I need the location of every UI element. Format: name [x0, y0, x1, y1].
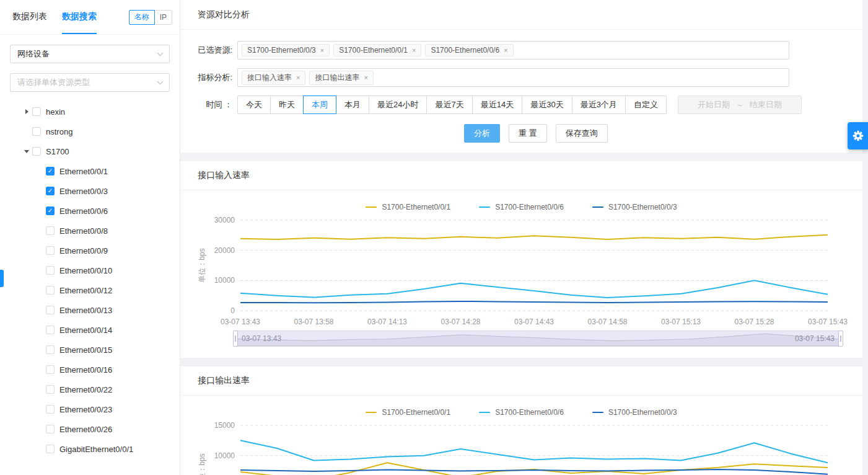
- time-range-button[interactable]: 昨天: [270, 95, 304, 114]
- sidebar-tab[interactable]: 数据搜索: [62, 0, 97, 34]
- tree-item-label: Ethernet0/0/9: [59, 246, 108, 255]
- legend-item[interactable]: S1700-Ethernet0/0/1: [366, 203, 450, 211]
- remove-tag-icon[interactable]: ×: [320, 47, 324, 54]
- tag-label: S1700-Ethernet0/0/3: [247, 46, 316, 55]
- tree-checkbox[interactable]: ✓: [46, 206, 55, 215]
- tree-item[interactable]: Ethernet0/0/12: [0, 280, 180, 300]
- save-query-button[interactable]: 保存查询: [556, 124, 608, 143]
- tree-item[interactable]: Ethernet0/0/13: [0, 300, 180, 320]
- tree-checkbox[interactable]: [46, 326, 55, 334]
- time-range-button[interactable]: 最近7天: [426, 95, 472, 114]
- date-range-picker[interactable]: 开始日期 ~ 结束日期: [678, 95, 802, 114]
- tree-checkbox[interactable]: [32, 147, 41, 156]
- remove-tag-icon[interactable]: ×: [364, 74, 367, 81]
- tree-item[interactable]: hexin: [0, 102, 180, 122]
- tree-checkbox[interactable]: [46, 445, 55, 453]
- sidebar-collapse-handle[interactable]: [0, 270, 4, 287]
- time-range-button[interactable]: 最近14天: [472, 95, 522, 114]
- tree-item[interactable]: GigabitEthernet0/0/1: [0, 439, 180, 459]
- tree-item-label: Ethernet0/0/22: [59, 385, 112, 394]
- tree-checkbox[interactable]: [46, 365, 55, 374]
- legend-item[interactable]: S1700-Ethernet0/0/6: [479, 203, 564, 211]
- remove-tag-icon[interactable]: ×: [504, 47, 507, 54]
- tree-checkbox[interactable]: [46, 306, 55, 314]
- sidebar-header: 数据列表数据搜索 名称IP: [0, 0, 180, 35]
- tree-item[interactable]: ✓Ethernet0/0/3: [0, 181, 180, 201]
- tree-item[interactable]: Ethernet0/0/26: [0, 419, 180, 439]
- datazoom-slider[interactable]: 03-07 13:43 03-07 15:43: [235, 331, 841, 347]
- tree-item[interactable]: Ethernet0/0/22: [0, 380, 180, 399]
- tree-item[interactable]: Ethernet0/0/15: [0, 340, 180, 360]
- tree-item[interactable]: Ethernet0/0/14: [0, 320, 180, 340]
- legend-item[interactable]: S1700-Ethernet0/0/3: [592, 408, 677, 417]
- chart-legend: S1700-Ethernet0/0/1S1700-Ethernet0/0/6S1…: [180, 396, 862, 417]
- filter-mode-button[interactable]: IP: [154, 10, 172, 25]
- tree-checkbox[interactable]: ✓: [46, 167, 55, 175]
- tree-item-label: Ethernet0/0/6: [59, 206, 108, 216]
- datazoom-right-handle[interactable]: [838, 331, 843, 347]
- datazoom-left-handle[interactable]: [233, 331, 238, 347]
- tree-checkbox[interactable]: [46, 345, 55, 354]
- tree-checkbox[interactable]: [46, 226, 55, 235]
- output-rate-chart: 05000100001500003-07 13:4303-07 13:5803-…: [195, 417, 849, 475]
- tree-item[interactable]: Ethernet0/0/23: [0, 399, 180, 419]
- tree-checkbox[interactable]: [32, 107, 41, 116]
- tree-item[interactable]: ✓Ethernet0/0/6: [0, 201, 180, 221]
- time-range-button[interactable]: 本周: [303, 95, 336, 114]
- expand-arrow-icon[interactable]: [21, 109, 32, 114]
- tree-checkbox[interactable]: ✓: [46, 187, 55, 195]
- legend-item[interactable]: S1700-Ethernet0/0/6: [479, 408, 564, 417]
- legend-marker: [592, 206, 603, 208]
- time-range-button[interactable]: 最近3个月: [572, 95, 626, 114]
- chart-panel-input-rate: 接口输入速率 S1700-Ethernet0/0/1S1700-Ethernet…: [180, 161, 862, 358]
- tree-checkbox[interactable]: [46, 425, 55, 433]
- tree-item[interactable]: Ethernet0/0/10: [0, 260, 180, 280]
- analyze-button[interactable]: 分析: [464, 124, 500, 143]
- time-range-button[interactable]: 自定义: [625, 95, 667, 114]
- end-date-placeholder: 结束日期: [750, 99, 782, 110]
- tree-item[interactable]: ✓Ethernet0/0/1: [0, 161, 180, 181]
- tree-item[interactable]: Ethernet0/0/9: [0, 241, 180, 260]
- selected-resources-box[interactable]: S1700-Ethernet0/0/3×S1700-Ethernet0/0/1×…: [237, 41, 789, 60]
- filter-mode-button[interactable]: 名称: [129, 10, 155, 25]
- svg-text:单位：bps: 单位：bps: [198, 453, 206, 475]
- legend-marker: [366, 206, 377, 208]
- time-range-button[interactable]: 最近24小时: [369, 95, 427, 114]
- collapse-arrow-icon[interactable]: [21, 150, 32, 153]
- chart-legend: S1700-Ethernet0/0/1S1700-Ethernet0/0/6S1…: [180, 190, 862, 211]
- tree-checkbox[interactable]: [32, 127, 41, 136]
- tree-item-label: hexin: [46, 107, 65, 117]
- legend-item[interactable]: S1700-Ethernet0/0/3: [592, 203, 677, 211]
- legend-label: S1700-Ethernet0/0/6: [495, 203, 564, 211]
- tag-label: 接口输出速率: [315, 73, 359, 83]
- legend-item[interactable]: S1700-Ethernet0/0/1: [366, 408, 450, 417]
- remove-tag-icon[interactable]: ×: [296, 74, 300, 81]
- tree-checkbox[interactable]: [46, 266, 55, 275]
- tree-item[interactable]: Ethernet0/0/16: [0, 360, 180, 380]
- metrics-box[interactable]: 接口输入速率×接口输出速率×: [237, 68, 789, 87]
- legend-label: S1700-Ethernet0/0/1: [382, 203, 450, 211]
- device-type-select[interactable]: 网络设备: [10, 45, 170, 63]
- tree-item[interactable]: nstrong: [0, 122, 180, 141]
- tree-checkbox[interactable]: [46, 246, 55, 255]
- reset-button[interactable]: 重 置: [509, 124, 547, 143]
- tree-checkbox[interactable]: [46, 286, 55, 295]
- resource-type-placeholder: 请选择单体资源类型: [17, 77, 90, 88]
- tree-checkbox[interactable]: [46, 405, 55, 414]
- time-range-button[interactable]: 最近30天: [522, 95, 572, 114]
- settings-button[interactable]: [848, 122, 868, 149]
- page-title: 资源对比分析: [180, 0, 862, 30]
- tree-item[interactable]: Ethernet0/0/8: [0, 221, 180, 241]
- resource-type-select[interactable]: 请选择单体资源类型: [10, 73, 170, 92]
- selected-resources-label: 已选资源:: [180, 41, 232, 60]
- svg-text:03-07 13:58: 03-07 13:58: [294, 317, 333, 326]
- sidebar-tab[interactable]: 数据列表: [12, 0, 47, 34]
- time-range-button[interactable]: 今天: [237, 95, 271, 114]
- input-rate-chart: 010000200003000003-07 13:4303-07 13:5803…: [195, 211, 849, 329]
- svg-text:15000: 15000: [214, 421, 235, 430]
- legend-marker: [479, 412, 490, 413]
- time-range-button[interactable]: 本月: [336, 95, 369, 114]
- remove-tag-icon[interactable]: ×: [412, 47, 416, 54]
- tree-item[interactable]: S1700: [0, 141, 180, 161]
- tree-checkbox[interactable]: [46, 385, 55, 394]
